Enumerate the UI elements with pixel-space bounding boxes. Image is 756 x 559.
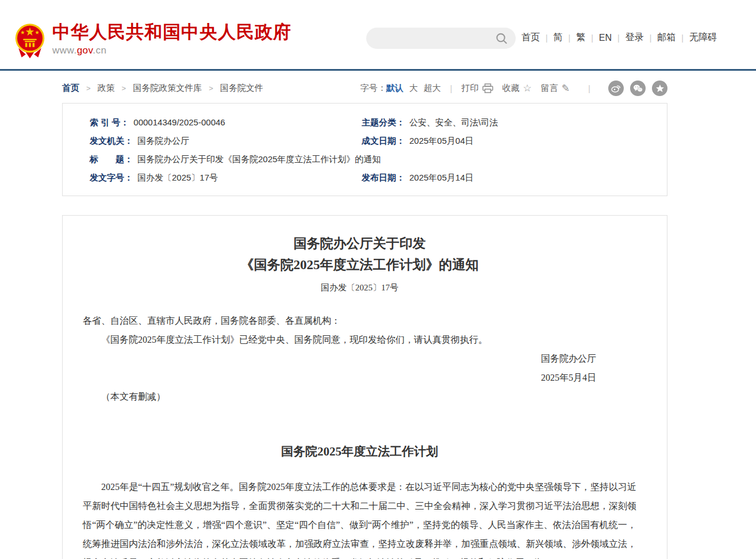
font-size-default-button[interactable]: 默认	[386, 83, 404, 94]
site-logo[interactable]: 中华人民共和国中央人民政府 www.gov.cn	[14, 22, 291, 60]
favorite-label: 收藏	[502, 83, 520, 94]
url-www: www.	[52, 45, 77, 56]
nav-separator: |	[617, 33, 620, 43]
document-meta-card: 索 引 号： 000014349/2025-00046 主题分类： 公安、安全、…	[62, 103, 667, 196]
comment-label: 留言	[541, 83, 558, 94]
weibo-share-button[interactable]	[608, 81, 624, 96]
nav-mail[interactable]: 邮箱	[657, 32, 676, 44]
national-emblem-icon	[14, 22, 45, 60]
font-size-large-button[interactable]: 大	[409, 83, 418, 94]
wechat-icon	[633, 84, 643, 93]
meta-written-date: 成文日期： 2025年05月04日	[362, 132, 667, 150]
nav-accessibility[interactable]: 无障碍	[689, 32, 717, 44]
meta-row: 发文字号： 国办发〔2025〕17号 发布日期： 2025年05月14日	[63, 169, 667, 187]
meta-doc-number: 发文字号： 国办发〔2025〕17号	[63, 169, 362, 187]
meta-agency-value: 国务院办公厅	[137, 132, 189, 150]
meta-title-value: 国务院办公厅关于印发《国务院2025年度立法工作计划》的通知	[137, 150, 381, 169]
meta-row: 发文机关： 国务院办公厅 成文日期： 2025年05月04日	[63, 132, 667, 150]
meta-title-label: 标 题：	[90, 150, 133, 169]
font-size-label: 字号：	[360, 83, 386, 94]
recipients-line: 各省、自治区、直辖市人民政府，国务院各部委、各直属机构：	[83, 311, 636, 330]
signature-block: 国务院办公厅 2025年5月4日	[83, 349, 636, 387]
comment-button[interactable]: 留言 ✎	[541, 83, 570, 94]
document-title-line1: 国务院办公厅关于印发	[294, 236, 426, 251]
nav-english[interactable]: EN	[599, 33, 612, 43]
nav-separator: |	[650, 33, 652, 43]
print-button[interactable]: 打印	[462, 83, 493, 94]
nav-separator: |	[546, 33, 548, 43]
breadcrumb-separator: >	[209, 84, 213, 93]
meta-index-label: 索 引 号：	[90, 113, 129, 132]
qzone-share-button[interactable]	[652, 81, 667, 96]
meta-index-value: 000014349/2025-00046	[133, 113, 225, 132]
document-number: 国办发〔2025〕17号	[83, 281, 636, 294]
printer-icon	[482, 83, 493, 93]
nav-home[interactable]: 首页	[521, 32, 540, 44]
meta-agency: 发文机关： 国务院办公厅	[63, 132, 362, 150]
meta-index: 索 引 号： 000014349/2025-00046	[63, 113, 362, 132]
meta-publish-date-value: 2025年05月14日	[409, 169, 474, 187]
document-body: 各省、自治区、直辖市人民政府，国务院各部委、各直属机构： 《国务院2025年度立…	[83, 311, 636, 559]
breadcrumb: 首页 > 政策 > 国务院政策文件库 > 国务院文件	[62, 83, 263, 94]
breadcrumb-policy[interactable]: 政策	[98, 83, 115, 94]
breadcrumb-state-council-docs[interactable]: 国务院文件	[220, 83, 263, 94]
meta-written-date-value: 2025年05月04日	[409, 132, 474, 150]
document-body-card: 国务院办公厅关于印发 《国务院2025年度立法工作计划》的通知 国办发〔2025…	[62, 215, 667, 559]
url-cn: .cn	[93, 45, 106, 56]
meta-written-date-label: 成文日期：	[362, 132, 405, 150]
signer: 国务院办公厅	[83, 349, 596, 368]
share-icons	[602, 81, 667, 96]
breadcrumb-toolbar-row: 首页 > 政策 > 国务院政策文件库 > 国务院文件 字号： 默认 大 超大 |…	[62, 71, 667, 96]
toolbar-separator: |	[450, 83, 452, 93]
nav-traditional[interactable]: 繁	[576, 32, 585, 44]
search-icon[interactable]	[496, 32, 508, 45]
page-tools: 字号： 默认 大 超大 | 打印 收藏 ☆ 留言 ✎ |	[360, 81, 667, 96]
plan-section-title: 国务院2025年度立法工作计划	[83, 443, 636, 460]
nav-separator: |	[681, 33, 684, 43]
weibo-icon	[611, 84, 621, 93]
meta-agency-label: 发文机关：	[90, 132, 133, 150]
nav-login[interactable]: 登录	[625, 32, 644, 44]
toolbar-separator: |	[588, 83, 590, 93]
redaction-note: （本文有删减）	[83, 387, 636, 406]
breadcrumb-separator: >	[122, 84, 126, 93]
meta-doc-number-label: 发文字号：	[90, 169, 133, 187]
search-input[interactable]	[366, 28, 496, 49]
search-box[interactable]	[366, 28, 516, 49]
document-title: 国务院办公厅关于印发 《国务院2025年度立法工作计划》的通知	[83, 233, 636, 275]
breadcrumb-home[interactable]: 首页	[62, 83, 79, 94]
logo-text: 中华人民共和国中央人民政府 www.gov.cn	[52, 22, 291, 56]
url-gov: gov	[77, 45, 93, 56]
meta-topic: 主题分类： 公安、安全、司法\司法	[362, 113, 667, 132]
top-nav: 首页| 简| 繁| EN| 登录| 邮箱| 无障碍	[521, 32, 717, 44]
print-label: 打印	[462, 83, 479, 94]
nav-separator: |	[569, 33, 571, 43]
wechat-share-button[interactable]	[630, 81, 646, 96]
favorite-button[interactable]: 收藏 ☆	[502, 83, 532, 94]
font-size-xlarge-button[interactable]: 超大	[424, 83, 441, 94]
meta-topic-value: 公安、安全、司法\司法	[409, 113, 498, 132]
main-paragraph: 2025年是“十四五”规划收官之年。国务院2025年度立法工作的总体要求是：在以…	[83, 477, 636, 559]
intro-paragraph: 《国务院2025年度立法工作计划》已经党中央、国务院同意，现印发给你们，请认真贯…	[83, 330, 636, 349]
meta-row: 标 题： 国务院办公厅关于印发《国务院2025年度立法工作计划》的通知	[63, 150, 667, 169]
site-header: 中华人民共和国中央人民政府 www.gov.cn 首页| 简| 繁| EN| 登…	[0, 0, 756, 69]
meta-row: 索 引 号： 000014349/2025-00046 主题分类： 公安、安全、…	[63, 113, 667, 132]
star-icon: ☆	[523, 83, 532, 93]
nav-simplified[interactable]: 简	[554, 32, 563, 44]
breadcrumb-separator: >	[86, 84, 91, 93]
document-title-line2: 《国务院2025年度立法工作计划》的通知	[241, 258, 479, 272]
sign-date: 2025年5月4日	[83, 368, 596, 387]
site-title: 中华人民共和国中央人民政府	[52, 22, 291, 43]
pencil-icon: ✎	[562, 83, 570, 93]
breadcrumb-policy-library[interactable]: 国务院政策文件库	[133, 83, 202, 94]
nav-separator: |	[591, 33, 593, 43]
meta-title: 标 题： 国务院办公厅关于印发《国务院2025年度立法工作计划》的通知	[63, 150, 381, 169]
meta-publish-date: 发布日期： 2025年05月14日	[362, 169, 667, 187]
qzone-star-icon	[655, 84, 665, 93]
site-url: www.gov.cn	[52, 45, 291, 56]
meta-doc-number-value: 国办发〔2025〕17号	[137, 169, 218, 187]
meta-publish-date-label: 发布日期：	[362, 169, 405, 187]
meta-topic-label: 主题分类：	[362, 113, 405, 132]
